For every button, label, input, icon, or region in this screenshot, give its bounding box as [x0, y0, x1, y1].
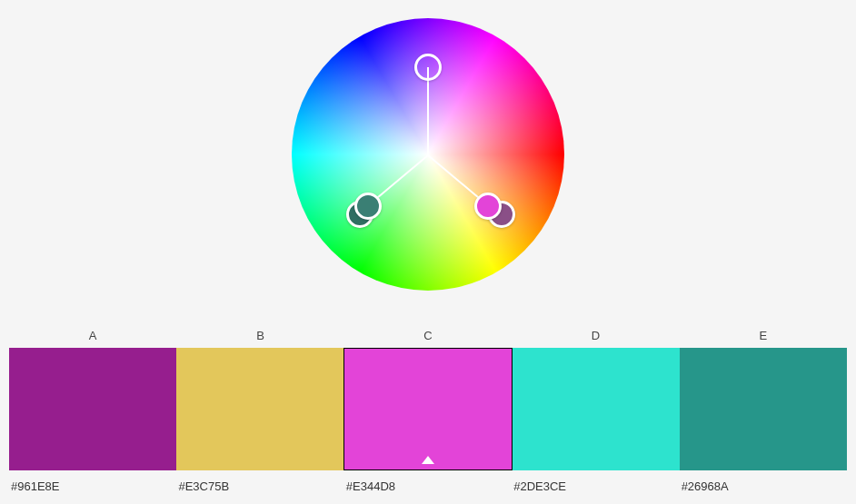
swatch-letter: B — [176, 323, 343, 348]
swatch-hex-value[interactable]: #2DE3CE — [512, 479, 679, 493]
swatch-hex-value[interactable]: #E344D8 — [344, 479, 512, 493]
color-swatch[interactable] — [680, 348, 847, 470]
swatch-hex-value[interactable]: #E3C75B — [176, 479, 343, 493]
color-swatch[interactable] — [9, 348, 176, 470]
handle-left[interactable] — [354, 193, 382, 220]
swatch-letter: D — [512, 323, 679, 348]
palette-row: ABCDE #961E8E#E3C75B#E344D8#2DE3CE#26968… — [9, 323, 847, 504]
swatch-hex-value[interactable]: #961E8E — [9, 479, 176, 493]
swatch-hex-value[interactable]: #26968A — [680, 479, 847, 493]
swatch-letter: A — [9, 323, 176, 348]
swatch-letter: C — [344, 323, 512, 348]
handle-top[interactable] — [414, 54, 442, 81]
color-swatch[interactable] — [513, 348, 680, 470]
color-wheel[interactable] — [292, 18, 564, 291]
color-swatch[interactable] — [176, 348, 343, 470]
handle-right[interactable] — [474, 193, 502, 220]
swatch-letter: E — [680, 323, 847, 348]
color-swatch[interactable] — [343, 348, 513, 470]
